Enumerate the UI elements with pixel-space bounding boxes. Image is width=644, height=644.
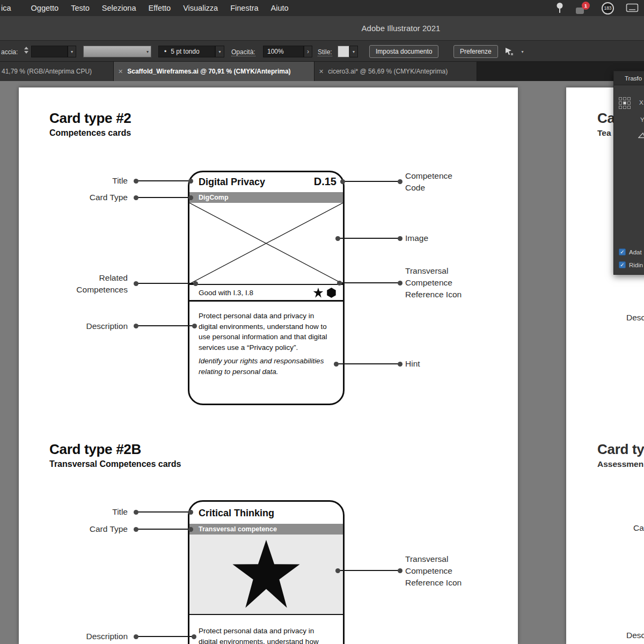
close-icon[interactable]: ✕ <box>319 68 324 75</box>
card-title: Critical Thinking <box>199 508 274 519</box>
callout-title[interactable]: Title <box>53 506 128 518</box>
transversal-icon-area <box>189 535 343 615</box>
menu-status-icons: 1 183 <box>555 2 644 14</box>
section-heading[interactable]: Card type #2B <box>49 441 141 458</box>
select-similar-icon[interactable] <box>504 47 514 56</box>
section-heading[interactable]: Card type #2 <box>49 110 131 127</box>
callout-description-fragment[interactable]: Desc <box>626 313 644 323</box>
menu-item-finestra[interactable]: Finestra <box>230 4 258 12</box>
style-label[interactable]: Stile: <box>318 48 332 56</box>
fit-corners-checkbox[interactable]: ✓ Adat <box>619 248 642 255</box>
menu-item-grafica[interactable]: ica <box>1 4 11 12</box>
transform-panel-header[interactable]: Trasfo <box>614 71 644 85</box>
chevron-down-icon: ▾ <box>353 49 355 54</box>
section-subheading-fragment[interactable]: Tea <box>597 128 611 138</box>
callout-title[interactable]: Title <box>53 175 128 187</box>
tab-title: 41,79 % (RGB/Anteprima CPU) <box>2 68 92 75</box>
card-description: Protect personal data and privacy in dig… <box>199 626 334 644</box>
checkbox-label: Adat <box>629 249 642 255</box>
callout-description[interactable]: Description <box>53 631 128 642</box>
section-heading-fragment[interactable]: Card ty <box>597 441 644 458</box>
document-setup-button[interactable]: Imposta documento <box>369 45 438 58</box>
brush-definition-dropdown[interactable]: ▾ <box>215 46 224 57</box>
opacity-more-button[interactable]: › <box>304 46 312 57</box>
graphic-style-dropdown[interactable]: ▾ <box>349 46 358 57</box>
preferences-button[interactable]: Preferenze <box>453 45 498 58</box>
chevron-down-icon: ▾ <box>147 49 149 54</box>
card-type-bar: Transversal competence <box>189 524 343 535</box>
callout-card-type-fragment[interactable]: Ca <box>633 523 644 533</box>
close-icon[interactable]: ✕ <box>118 68 123 75</box>
section-subheading[interactable]: Transversal Competences cards <box>49 459 181 469</box>
callout-description[interactable]: Description <box>53 320 128 332</box>
stroke-label: accia: <box>1 48 18 56</box>
callout-description-fragment[interactable]: Desc <box>626 631 644 640</box>
document-tab-2-active[interactable]: ✕ Scaffold_Wireframes.ai @ 70,91 % (CMYK… <box>114 62 314 81</box>
callout-transversal-icon[interactable]: Transversal Competence Reference Icon <box>405 553 462 589</box>
transversal-card-wireframe[interactable]: Critical Thinking Transversal competence… <box>188 500 345 644</box>
leader-line <box>135 636 195 637</box>
select-similar-dropdown[interactable]: ▾ <box>518 46 526 57</box>
canvas[interactable]: Card type #2 Competences cards Digital P… <box>0 81 644 644</box>
notifications-icon[interactable]: 1 <box>576 2 590 14</box>
leader-line <box>339 282 401 283</box>
card-type-bar: DigComp <box>189 192 343 203</box>
related-competences-row: Good with I.3, I.8 <box>189 285 343 302</box>
document-tab-bar: 41,79 % (RGB/Anteprima CPU) ✕ Scaffold_W… <box>0 62 644 81</box>
transform-panel: Trasfo X: Y: ✓ Adat ✓ Ridin <box>613 71 644 275</box>
gpu-performance-icon[interactable] <box>626 3 639 13</box>
illustrator-window: ica Oggetto Testo Seleziona Effetto Visu… <box>0 0 644 644</box>
stroke-weight-field[interactable] <box>31 46 68 57</box>
card-hint: Identify your rights and responsabilitie… <box>199 356 334 377</box>
leader-line <box>135 529 192 530</box>
menu-item-seleziona[interactable]: Seleziona <box>102 4 136 12</box>
width-profile-dropdown[interactable]: ▾ <box>83 46 151 57</box>
stroke-weight-stepper[interactable] <box>24 47 28 54</box>
menu-items: ica Oggetto Testo Seleziona Effetto Visu… <box>0 4 289 12</box>
menu-bar: ica Oggetto Testo Seleziona Effetto Visu… <box>0 0 644 16</box>
leader-line <box>135 283 196 284</box>
image-placeholder <box>189 203 343 285</box>
leader-line <box>135 180 192 181</box>
callout-card-type[interactable]: Card Type <box>53 192 128 203</box>
panel-title: Trasfo <box>625 75 642 82</box>
chevron-right-icon: › <box>307 48 309 55</box>
section-subheading[interactable]: Competences cards <box>49 128 131 138</box>
callout-hint[interactable]: Hint <box>405 358 420 370</box>
menu-item-oggetto[interactable]: Oggetto <box>31 4 59 12</box>
section-subheading-fragment[interactable]: Assessmen <box>597 459 643 469</box>
chevron-down-icon: ▾ <box>521 49 523 54</box>
menu-item-effetto[interactable]: Effetto <box>149 4 171 12</box>
menu-item-visualizza[interactable]: Visualizza <box>183 4 218 12</box>
reference-point-icon[interactable] <box>619 97 631 109</box>
menu-item-aiuto[interactable]: Aiuto <box>271 4 289 12</box>
document-tab-3[interactable]: ✕ cicero3.ai* @ 56,69 % (CMYK/Anteprima) <box>314 62 477 81</box>
star-icon <box>313 288 324 298</box>
section-heading-fragment[interactable]: Ca <box>597 110 615 127</box>
control-bar: accia: ▾ ▾ • 5 pt tondo ▾ Opacità: 100% … <box>0 40 644 62</box>
callout-image[interactable]: Image <box>405 232 428 244</box>
hexagon-icon <box>326 288 336 298</box>
opacity-label[interactable]: Opacità: <box>231 48 255 56</box>
artboard-wireframes[interactable]: Card type #2 Competences cards Digital P… <box>19 87 518 644</box>
title-bar: Adobe Illustrator 2021 <box>0 16 644 40</box>
callout-transversal-icon[interactable]: Transversal Competence Reference Icon <box>405 265 462 301</box>
leader-line <box>337 238 401 239</box>
graphic-style-swatch[interactable] <box>338 46 349 57</box>
tool-pin-icon[interactable] <box>555 2 564 14</box>
brush-definition-field[interactable]: • 5 pt tondo <box>158 46 215 57</box>
document-tab-1[interactable]: 41,79 % (RGB/Anteprima CPU) <box>0 62 114 81</box>
tab-title: cicero3.ai* @ 56,69 % (CMYK/Anteprima) <box>328 68 448 75</box>
stroke-weight-dropdown[interactable]: ▾ <box>68 46 76 57</box>
callout-card-type[interactable]: Card Type <box>53 523 128 535</box>
callout-related-competences[interactable]: Related Competences <box>53 272 128 296</box>
menu-item-testo[interactable]: Testo <box>71 4 90 12</box>
checkbox-checked-icon: ✓ <box>619 261 626 268</box>
scale-strokes-checkbox[interactable]: ✓ Ridin <box>619 261 643 268</box>
opacity-field[interactable]: 100% <box>263 46 304 57</box>
competence-card-wireframe[interactable]: Digital Privacy D.15 DigComp Good with I… <box>188 171 345 405</box>
document-count-badge[interactable]: 183 <box>602 2 614 14</box>
checkbox-checked-icon: ✓ <box>619 248 626 255</box>
card-competence-code: D.15 <box>314 175 336 188</box>
callout-competence-code[interactable]: Competence Code <box>405 170 452 194</box>
